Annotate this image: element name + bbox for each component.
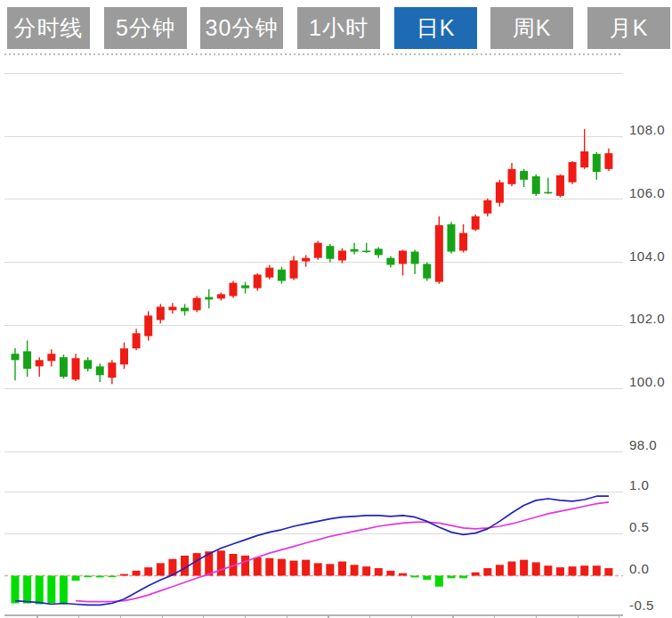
macd-bar bbox=[157, 563, 165, 575]
candle bbox=[96, 366, 104, 375]
candle bbox=[72, 358, 80, 379]
candle bbox=[435, 225, 443, 282]
macd-bar bbox=[36, 576, 44, 605]
candle bbox=[23, 351, 31, 369]
candle bbox=[483, 200, 491, 214]
candle bbox=[168, 307, 176, 311]
macd-bar bbox=[144, 567, 152, 575]
candle bbox=[472, 216, 480, 230]
candle bbox=[351, 249, 359, 252]
dif-line bbox=[15, 496, 609, 605]
candle bbox=[508, 169, 516, 184]
macd-axis-label: 0.0 bbox=[629, 561, 649, 576]
candle bbox=[338, 251, 346, 261]
candle bbox=[302, 258, 310, 262]
macd-bar bbox=[60, 576, 68, 605]
candle bbox=[241, 285, 249, 288]
candle bbox=[386, 258, 394, 265]
macd-bar bbox=[375, 568, 383, 575]
macd-histogram bbox=[12, 550, 613, 604]
candle bbox=[60, 357, 68, 377]
candle bbox=[193, 298, 201, 311]
candle bbox=[411, 252, 419, 264]
macd-axis-label: -0.5 bbox=[629, 598, 654, 613]
candle bbox=[569, 162, 577, 183]
macd-axis-label: 0.5 bbox=[629, 519, 649, 534]
candle bbox=[229, 283, 237, 297]
price-axis-label: 98.0 bbox=[629, 437, 657, 452]
candle bbox=[47, 354, 55, 361]
macd-bar bbox=[290, 561, 298, 576]
candle bbox=[278, 270, 286, 281]
macd-bar bbox=[544, 565, 552, 575]
candle bbox=[181, 308, 189, 312]
macd-bar bbox=[12, 576, 20, 604]
candle bbox=[84, 360, 92, 369]
candle bbox=[556, 175, 564, 196]
macd-bar bbox=[241, 556, 249, 576]
candle bbox=[580, 151, 588, 167]
candle bbox=[314, 243, 322, 258]
macd-bar bbox=[423, 576, 431, 581]
candle bbox=[217, 294, 225, 298]
price-axis-label: 108.0 bbox=[629, 122, 665, 137]
macd-axis-label: 1.0 bbox=[629, 477, 649, 492]
candle bbox=[205, 297, 213, 300]
macd-bar bbox=[604, 568, 612, 575]
macd-bar bbox=[96, 576, 104, 578]
macd-bar bbox=[108, 576, 116, 578]
macd-bar bbox=[362, 566, 370, 575]
candle bbox=[520, 171, 528, 180]
macd-bar bbox=[569, 566, 577, 575]
macd-bar bbox=[302, 560, 310, 576]
price-axis-label: 102.0 bbox=[629, 311, 665, 326]
price-axis-label: 104.0 bbox=[629, 248, 665, 264]
kline-chart[interactable]: 108.0106.0104.0102.0100.098.01.00.50.0-0… bbox=[0, 0, 672, 618]
macd-bar bbox=[399, 573, 407, 576]
macd-bar bbox=[496, 565, 504, 575]
macd-bar bbox=[351, 565, 359, 575]
macd-bar bbox=[133, 571, 141, 576]
candle bbox=[133, 333, 141, 348]
candle bbox=[544, 192, 552, 194]
macd-bar bbox=[447, 576, 455, 579]
macd-bar bbox=[338, 562, 346, 576]
candle bbox=[447, 224, 455, 252]
macd-bar bbox=[72, 576, 80, 581]
candle bbox=[326, 246, 334, 259]
stock-kline-app: 分时线5分钟30分钟1小时日K周K月K 108.0106.0104.0102.0… bbox=[0, 0, 672, 618]
macd-bar bbox=[556, 567, 564, 575]
macd-gridlines: 1.00.50.0-0.5 bbox=[4, 477, 654, 618]
macd-bar bbox=[193, 553, 201, 575]
candle bbox=[12, 354, 20, 360]
macd-bar bbox=[278, 559, 286, 576]
candle bbox=[496, 183, 504, 203]
macd-bar bbox=[326, 564, 334, 575]
macd-bar bbox=[254, 557, 262, 576]
macd-bar bbox=[217, 550, 225, 575]
candle bbox=[36, 360, 44, 366]
price-axis-label: 100.0 bbox=[629, 374, 665, 389]
candles bbox=[12, 129, 613, 384]
macd-bar bbox=[472, 573, 480, 576]
candle bbox=[362, 251, 370, 253]
candle bbox=[399, 251, 407, 264]
macd-bar bbox=[120, 574, 128, 576]
macd-bar bbox=[593, 565, 601, 575]
macd-bar bbox=[580, 565, 588, 575]
candle bbox=[423, 264, 431, 278]
candle bbox=[120, 348, 128, 364]
macd-bar bbox=[508, 562, 516, 576]
price-axis-label: 106.0 bbox=[629, 185, 665, 200]
macd-bar bbox=[459, 576, 467, 579]
candle bbox=[375, 248, 383, 255]
candle bbox=[290, 260, 298, 278]
macd-bar bbox=[411, 576, 419, 578]
candle bbox=[157, 307, 165, 321]
macd-bar bbox=[314, 563, 322, 575]
price-gridlines: 108.0106.0104.0102.0100.098.0 bbox=[4, 73, 665, 452]
candle bbox=[532, 176, 540, 194]
macd-bar bbox=[23, 576, 31, 604]
macd-bar bbox=[386, 571, 394, 576]
macd-bar bbox=[520, 560, 528, 576]
